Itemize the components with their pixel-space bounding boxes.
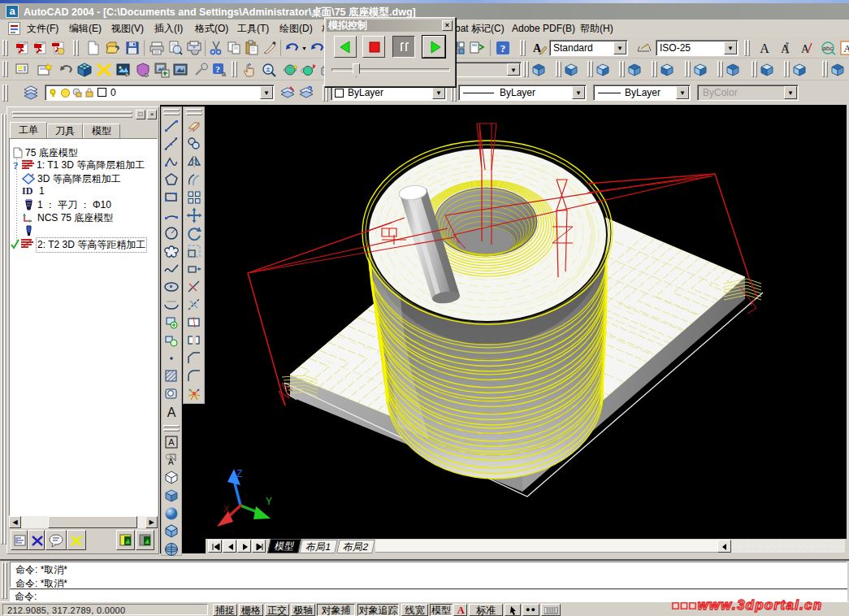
svg-text:A: A [843, 42, 849, 54]
svg-text:X: X [223, 504, 230, 514]
svg-text:abc: abc [823, 45, 834, 52]
svg-text:?: ? [500, 42, 506, 54]
svg-text:Z: Z [236, 468, 242, 479]
svg-text:a: a [222, 70, 226, 78]
svg-text:±: ± [266, 65, 271, 73]
svg-text:?: ? [215, 64, 220, 74]
svg-text:Y: Y [266, 496, 272, 507]
svg-text:A: A [760, 41, 769, 55]
svg-text:A: A [167, 406, 176, 419]
svg-text:A: A [781, 42, 790, 55]
svg-text:A: A [168, 437, 175, 447]
